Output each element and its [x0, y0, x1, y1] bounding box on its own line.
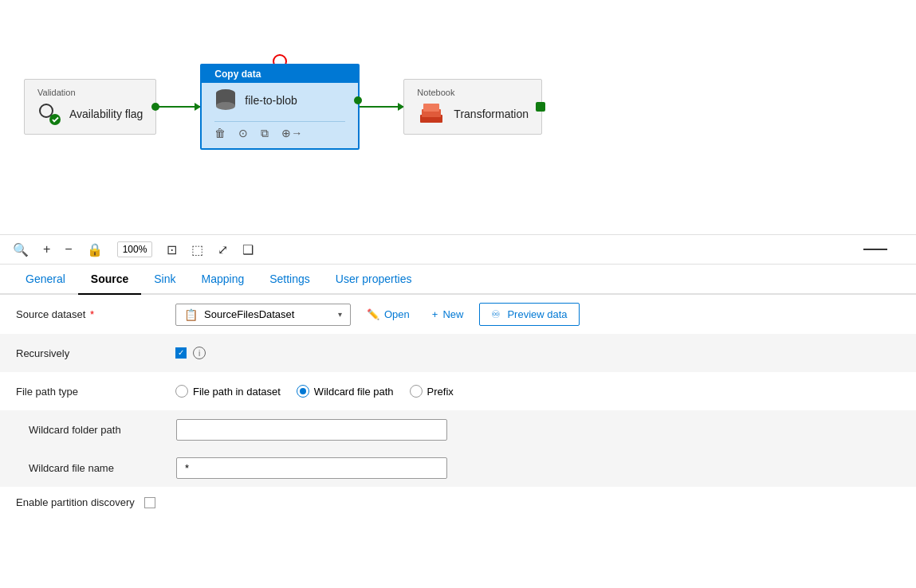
pipeline-toolbar: 🔍 + − 🔒 100% ⊡ ⬚ ⤢ ❑: [0, 235, 916, 265]
source-dataset-controls: 📋 SourceFilesDataset ▾ ✏️ Open + New ♾ P…: [175, 303, 900, 326]
enable-partition-label: Enable partition discovery: [16, 496, 135, 508]
zoom-level-display[interactable]: 100%: [117, 241, 153, 257]
select-toolbar-icon[interactable]: ⬚: [191, 242, 203, 257]
required-marker: *: [87, 308, 94, 320]
notebook-node-label: Transformation: [454, 108, 529, 120]
preview-data-button[interactable]: ♾ Preview data: [479, 303, 579, 326]
add-output-icon[interactable]: ⊕→: [281, 127, 302, 140]
wildcard-folder-path-label: Wildcard folder path: [29, 424, 176, 436]
copy-data-node[interactable]: Copy data file-to-blob 🗑 ⊙ ⧉ ⊕→: [200, 64, 360, 150]
copy-data-node-title: Copy data: [202, 65, 358, 83]
file-path-type-row: File path type File path in dataset Wild…: [0, 372, 916, 410]
copy-data-node-wrapper: Copy data file-to-blob 🗑 ⊙ ⧉ ⊕→: [200, 64, 360, 150]
file-path-type-controls: File path in dataset Wildcard file path …: [175, 385, 900, 398]
notebook-output-connector: [536, 102, 545, 112]
arrow-1: [156, 106, 200, 108]
svg-point-0: [40, 104, 53, 117]
enable-partition-checkbox[interactable]: [144, 497, 155, 508]
copy-data-icon: [214, 88, 237, 113]
validation-node[interactable]: Validation Availability flag: [24, 79, 156, 135]
radio-outer-prefix: [410, 385, 423, 398]
pipeline-divider: [863, 249, 887, 250]
svg-point-2: [49, 114, 61, 125]
dropdown-arrow-icon: ▾: [338, 310, 342, 319]
wildcard-file-name-input[interactable]: [176, 457, 447, 479]
source-properties-panel: Source dataset * 📋 SourceFilesDataset ▾ …: [0, 295, 916, 518]
pipeline-flow: Validation Availability flag: [8, 64, 542, 150]
info-action-icon[interactable]: ⊙: [238, 127, 248, 140]
recursively-checkbox-group: ✓ i: [175, 347, 206, 359]
new-dataset-button[interactable]: + New: [426, 305, 470, 323]
wildcard-folder-path-controls: [176, 419, 900, 441]
radio-outer-file-path: [175, 385, 188, 398]
tab-source[interactable]: Source: [78, 265, 141, 295]
preview-icon: ♾: [491, 308, 501, 320]
notebook-node-body: Transformation: [417, 102, 529, 126]
tab-user-properties[interactable]: User properties: [323, 265, 425, 295]
copy-data-node-actions: 🗑 ⊙ ⧉ ⊕→: [214, 121, 345, 140]
recursively-label: Recursively: [16, 347, 175, 359]
copy-action-icon[interactable]: ⧉: [261, 127, 269, 140]
radio-outer-wildcard: [297, 385, 309, 398]
fit-toolbar-icon[interactable]: ⊡: [167, 242, 177, 257]
copy-data-node-label: file-to-blob: [245, 94, 297, 107]
radio-inner-wildcard: [300, 388, 306, 394]
tab-settings[interactable]: Settings: [257, 265, 323, 295]
tab-general[interactable]: General: [13, 265, 78, 295]
add-toolbar-icon[interactable]: +: [43, 242, 50, 257]
recursively-info-icon[interactable]: i: [193, 347, 206, 359]
source-dataset-dropdown[interactable]: 📋 SourceFilesDataset ▾: [175, 304, 351, 326]
validation-node-title: Validation: [37, 88, 143, 97]
notebook-node[interactable]: Notebook Transformation: [403, 79, 542, 135]
arrow-2: [360, 106, 403, 108]
minus-toolbar-icon[interactable]: −: [65, 242, 72, 257]
wildcard-folder-path-row: Wildcard folder path: [0, 410, 916, 449]
wildcard-file-name-row: Wildcard file name: [0, 449, 916, 487]
select-area-toolbar-icon[interactable]: ⤢: [218, 242, 228, 257]
source-dataset-label: Source dataset *: [16, 308, 175, 320]
validation-node-label: Availability flag: [69, 108, 143, 120]
validation-node-body: Availability flag: [37, 102, 143, 126]
arrange-toolbar-icon[interactable]: ❑: [242, 242, 254, 257]
copy-data-output-connector: [354, 96, 362, 104]
wildcard-folder-path-input[interactable]: [176, 419, 447, 441]
radio-file-path-in-dataset[interactable]: File path in dataset: [175, 385, 281, 398]
recursively-controls: ✓ i: [175, 347, 900, 359]
copy-data-node-body: file-to-blob: [214, 88, 345, 113]
tab-sink[interactable]: Sink: [141, 265, 188, 295]
recursively-row: Recursively ✓ i: [0, 334, 916, 372]
file-path-radio-group: File path in dataset Wildcard file path …: [175, 385, 454, 398]
file-path-type-label: File path type: [16, 386, 175, 398]
enable-partition-row: Enable partition discovery: [0, 487, 916, 518]
notebook-node-title: Notebook: [417, 88, 529, 97]
radio-prefix[interactable]: Prefix: [410, 385, 454, 398]
svg-point-5: [216, 102, 235, 110]
open-dataset-button[interactable]: ✏️ Open: [360, 305, 416, 323]
source-tabs: General Source Sink Mapping Settings Use…: [0, 265, 916, 295]
dataset-icon: 📋: [184, 308, 198, 321]
wildcard-file-name-controls: [176, 457, 900, 479]
delete-icon[interactable]: 🗑: [214, 127, 226, 140]
check-mark: ✓: [178, 349, 184, 357]
lock-toolbar-icon[interactable]: 🔒: [87, 242, 103, 257]
search-toolbar-icon[interactable]: 🔍: [13, 242, 29, 257]
notebook-icon: [417, 102, 446, 126]
validation-icon: [37, 102, 61, 126]
dataset-value: SourceFilesDataset: [204, 308, 294, 320]
edit-icon: ✏️: [367, 308, 379, 320]
svg-rect-8: [423, 104, 439, 112]
pipeline-canvas: Validation Availability flag: [0, 0, 916, 235]
radio-wildcard-file-path[interactable]: Wildcard file path: [297, 385, 394, 398]
plus-icon: +: [432, 308, 438, 320]
recursively-checkbox[interactable]: ✓: [175, 347, 187, 359]
tab-mapping[interactable]: Mapping: [189, 265, 258, 295]
source-dataset-row: Source dataset * 📋 SourceFilesDataset ▾ …: [0, 295, 916, 334]
wildcard-file-name-label: Wildcard file name: [29, 462, 176, 474]
